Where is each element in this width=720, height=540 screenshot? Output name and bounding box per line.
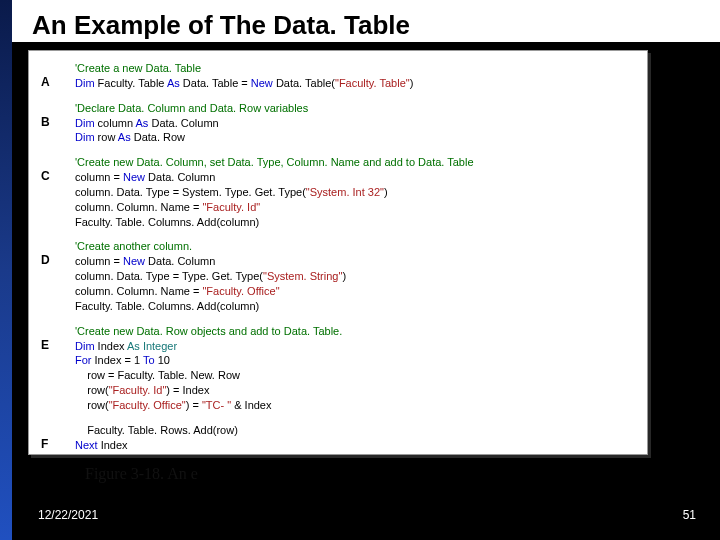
code-lines: 'Create a new Data. TableDim Faculty. Ta… [75,61,637,91]
code-line: Faculty. Table. Columns. Add(column) [75,215,637,230]
code-block: C'Create new Data. Column, set Data. Typ… [41,155,637,229]
code-line: 'Create another column. [75,239,637,254]
slide-title: An Example of The Data. Table [28,10,414,41]
block-label: A [41,61,75,91]
code-line: row = Faculty. Table. New. Row [75,368,637,383]
code-line: 'Create new Data. Column, set Data. Type… [75,155,637,170]
code-line: column. Data. Type = Type. Get. Type("Sy… [75,269,637,284]
code-line: 'Create new Data. Row objects and add to… [75,324,637,339]
gradient-strip [0,0,12,540]
code-line: Faculty. Table. Columns. Add(column) [75,299,637,314]
code-line: Faculty. Table. Rows. Add(row) [75,423,637,438]
slide-date: 12/22/2021 [38,508,98,522]
code-lines: 'Create new Data. Row objects and add to… [75,324,637,413]
code-lines: 'Create another column.column = New Data… [75,239,637,313]
block-label: E [41,324,75,413]
block-label: C [41,155,75,229]
code-line: 'Declare Data. Column and Data. Row vari… [75,101,637,116]
code-block: A'Create a new Data. TableDim Faculty. T… [41,61,637,91]
figure-caption: Figure 3-18. An e [85,465,198,483]
code-line: column. Column. Name = "Faculty. Id" [75,200,637,215]
code-line: 'Create a new Data. Table [75,61,637,76]
code-line: Dim row As Data. Row [75,130,637,145]
code-line: Dim column As Data. Column [75,116,637,131]
block-label: D [41,239,75,313]
code-lines: 'Declare Data. Column and Data. Row vari… [75,101,637,146]
code-line: Next Index [75,438,637,453]
code-line: column = New Data. Column [75,170,637,185]
code-lines: 'Create new Data. Column, set Data. Type… [75,155,637,229]
code-block: F Faculty. Table. Rows. Add(row)Next Ind… [41,423,637,453]
code-block: D'Create another column.column = New Dat… [41,239,637,313]
code-line: Dim Index As Integer [75,339,637,354]
block-label: F [41,423,75,453]
code-line: For Index = 1 To 10 [75,353,637,368]
code-block: B'Declare Data. Column and Data. Row var… [41,101,637,146]
code-block: E'Create new Data. Row objects and add t… [41,324,637,413]
code-line: column. Data. Type = System. Type. Get. … [75,185,637,200]
code-example-box: A'Create a new Data. TableDim Faculty. T… [28,50,648,455]
code-line: Dim Faculty. Table As Data. Table = New … [75,76,637,91]
code-line: column = New Data. Column [75,254,637,269]
code-lines: Faculty. Table. Rows. Add(row)Next Index [75,423,637,453]
block-label: B [41,101,75,146]
code-line: column. Column. Name = "Faculty. Office" [75,284,637,299]
code-line: row("Faculty. Office") = "TC- " & Index [75,398,637,413]
code-line: row("Faculty. Id") = Index [75,383,637,398]
slide-number: 51 [683,508,696,522]
